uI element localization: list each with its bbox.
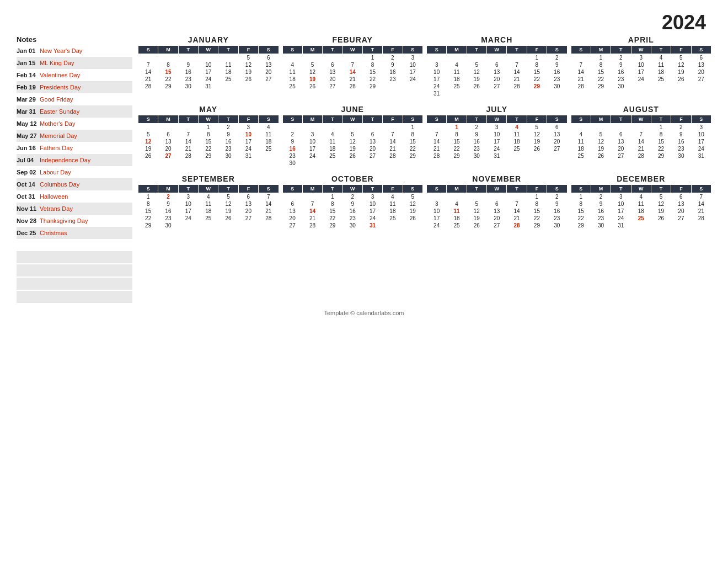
- cal-day: 2: [383, 54, 403, 62]
- cal-day: 23: [591, 215, 611, 222]
- cal-day: [259, 83, 279, 90]
- holiday-name: Labour Day: [40, 169, 132, 176]
- cal-day: [507, 90, 527, 97]
- cal-day: 15: [651, 138, 671, 145]
- cal-day: 29: [199, 152, 218, 160]
- day-header: T: [178, 46, 198, 54]
- cal-day: 5: [467, 61, 486, 68]
- cal-day: 29: [403, 152, 422, 160]
- cal-day: 12: [527, 131, 547, 138]
- cal-day: [282, 54, 302, 62]
- cal-day: 18: [447, 215, 467, 222]
- day-header: M: [158, 185, 178, 193]
- cal-day: 21: [631, 145, 651, 152]
- cal-day: 27: [323, 83, 342, 90]
- day-header: F: [238, 115, 258, 124]
- cal-day: [342, 160, 362, 167]
- cal-day: 17: [302, 145, 322, 152]
- cal-day: 24: [427, 83, 447, 90]
- day-header: W: [199, 185, 218, 193]
- cal-day: 30: [547, 83, 567, 90]
- day-header: S: [259, 46, 279, 54]
- cal-day: 18: [571, 145, 591, 152]
- cal-day: [302, 160, 322, 167]
- cal-day: 13: [671, 200, 691, 208]
- cal-day: 14: [427, 138, 447, 145]
- cal-day: 14: [342, 68, 362, 76]
- day-header: F: [671, 115, 691, 124]
- cal-day: 7: [427, 131, 447, 138]
- cal-day: 12: [403, 200, 422, 208]
- holiday-date: Mar 29: [17, 96, 40, 103]
- cal-day: 8: [651, 131, 671, 138]
- day-header: W: [631, 185, 651, 193]
- cal-day: 21: [507, 76, 527, 83]
- month-march: MARCHSMTWTFS1234567891011121314151617181…: [426, 35, 568, 97]
- cal-day: 20: [158, 145, 178, 152]
- holiday-name: New Year's Day: [40, 47, 132, 54]
- cal-day: 18: [651, 68, 671, 76]
- cal-day: 12: [238, 61, 258, 68]
- day-header: S: [138, 46, 158, 54]
- cal-day: 3: [238, 124, 258, 131]
- cal-day: 13: [611, 138, 631, 145]
- cal-day: 25: [507, 145, 527, 152]
- day-header: S: [571, 115, 591, 124]
- cal-day: 27: [671, 215, 691, 222]
- day-header: T: [467, 115, 486, 124]
- cal-day: 16: [611, 68, 631, 76]
- cal-day: 27: [158, 152, 178, 160]
- cal-day: [383, 160, 403, 167]
- month-title-july: JULY: [426, 105, 568, 114]
- cal-day: 18: [383, 208, 403, 215]
- cal-day: 1: [362, 54, 382, 62]
- cal-day: 6: [362, 131, 382, 138]
- holiday-name: Easter Sunday: [40, 108, 132, 115]
- cal-day: 9: [591, 200, 611, 208]
- day-header: S: [571, 185, 591, 193]
- day-header: T: [467, 185, 486, 193]
- cal-day: 16: [158, 208, 178, 215]
- month-title-february: FEBURAY: [282, 35, 424, 44]
- cal-day: 22: [323, 215, 342, 222]
- cal-day: 31: [487, 152, 507, 160]
- cal-day: 21: [302, 215, 322, 222]
- day-header: S: [282, 185, 302, 193]
- cal-day: 5: [527, 124, 547, 131]
- cal-day: 15: [403, 138, 422, 145]
- holiday-row: Sep 02Labour Day: [17, 166, 132, 178]
- cal-day: [547, 152, 567, 160]
- cal-day: 1: [403, 124, 422, 131]
- cal-day: 27: [238, 215, 258, 222]
- day-header: S: [691, 46, 711, 54]
- cal-day: 13: [323, 68, 342, 76]
- cal-day: 9: [178, 61, 198, 68]
- holiday-name: Vetrans Day: [40, 205, 132, 212]
- cal-day: 17: [611, 208, 631, 215]
- day-header: F: [238, 185, 258, 193]
- cal-day: 23: [671, 145, 691, 152]
- cal-day: 10: [427, 208, 447, 215]
- cal-day: 2: [611, 54, 631, 62]
- cal-day: 30: [547, 222, 567, 229]
- cal-day: 18: [447, 76, 467, 83]
- cal-day: 22: [527, 215, 547, 222]
- cal-day: 17: [631, 68, 651, 76]
- cal-day: 16: [218, 138, 238, 145]
- cal-day: 7: [571, 61, 591, 68]
- day-header: S: [138, 115, 158, 124]
- cal-day: 4: [571, 131, 591, 138]
- cal-day: 24: [427, 222, 447, 229]
- cal-day: 12: [302, 68, 322, 76]
- cal-day: 8: [199, 131, 218, 138]
- holiday-date: Feb 19: [17, 84, 40, 91]
- cal-day: 30: [342, 222, 362, 229]
- month-title-may: MAY: [138, 105, 279, 114]
- day-header: S: [691, 115, 711, 124]
- cal-day: 26: [467, 83, 486, 90]
- cal-day: 29: [323, 222, 342, 229]
- cal-day: 29: [447, 152, 467, 160]
- cal-day: 6: [671, 193, 691, 201]
- cal-day: 1: [199, 124, 218, 131]
- calendars-panel: JANUARYSMTWTFS56789101112131415161718192…: [138, 35, 711, 304]
